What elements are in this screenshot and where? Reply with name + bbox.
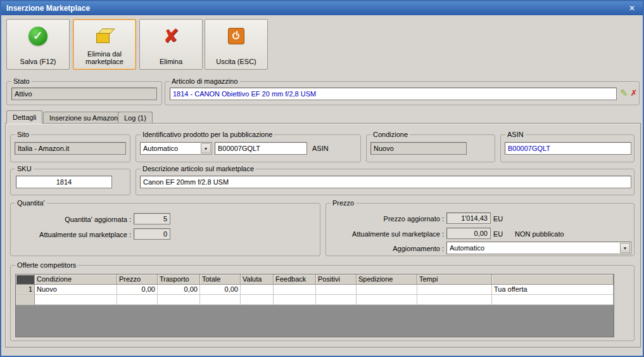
title-bar: Inserzione Marketplace ✕ — [1, 1, 643, 15]
condizione-group: Condizione Nuovo — [366, 134, 495, 162]
prezzo-aggiornato-field: 1'014,43 — [446, 212, 491, 224]
save-button-label: Salva (F12) — [8, 58, 68, 65]
exit-button[interactable]: Uscita (ESC) — [205, 19, 268, 70]
grid-cell[interactable] — [158, 295, 200, 305]
grid-cell[interactable] — [16, 295, 35, 305]
identificativo-combo-value: Automatico — [143, 144, 200, 153]
grid-header-cell: Spedizione — [357, 275, 417, 285]
competitors-grid[interactable]: CondizionePrezzoTrasportoTotaleValutaFee… — [15, 274, 614, 337]
grid-cell[interactable] — [241, 285, 274, 295]
descrizione-legend: Descrizione articolo sul marketplace — [141, 164, 256, 173]
grid-cell[interactable] — [316, 295, 357, 305]
grid-header-cell: Totale — [200, 275, 241, 285]
identificativo-group: Identificativo prodotto per la pubblicaz… — [136, 134, 361, 162]
aggiornamento-label: Aggiornamento : — [331, 244, 444, 253]
stato-field: Attivo — [11, 88, 157, 100]
stato-legend: Stato — [11, 77, 32, 86]
grid-header-cell: Trasporto — [158, 275, 200, 285]
grid-cell[interactable]: 0,00 — [117, 285, 158, 295]
condizione-field: Nuovo — [370, 142, 467, 155]
delete-from-marketplace-label: Elimina dal marketplace — [75, 50, 134, 65]
articolo-group: Articolo di magazzino 1814 - CANON Obiet… — [165, 81, 640, 105]
prezzo-legend: Prezzo — [331, 198, 356, 207]
prezzo-group: Prezzo Prezzo aggiornato : 1'014,43 EU A… — [325, 203, 635, 256]
asin-group: ASIN B00007GQLT — [500, 134, 635, 162]
identificativo-legend: Identificativo prodotto per la pubblicaz… — [141, 130, 274, 139]
grid-cell[interactable] — [35, 295, 117, 305]
articolo-legend: Articolo di magazzino — [170, 77, 240, 86]
quantita-group: Quantita' Quantita' aggiornata : 5 Attua… — [10, 203, 320, 256]
descrizione-field[interactable]: Canon EF 20mm f/2.8 USM — [140, 176, 631, 188]
grid-cell[interactable] — [492, 295, 614, 305]
asin-suffix-label: ASIN — [312, 144, 329, 153]
grid-data-row[interactable]: 1Nuovo0,000,000,00Tua offerta — [16, 285, 614, 295]
close-button[interactable]: ✕ — [626, 3, 638, 13]
grid-cell[interactable] — [357, 295, 417, 305]
grid-empty-row[interactable] — [16, 295, 614, 305]
tab-log[interactable]: Log (1) — [118, 112, 153, 124]
grid-filler — [16, 305, 614, 337]
tab-inserzione-amazon[interactable]: Inserzione su Amazon — [43, 112, 124, 124]
chevron-down-icon[interactable]: ▼ — [201, 143, 211, 153]
delete-from-marketplace-button[interactable]: Elimina dal marketplace — [73, 19, 136, 70]
package-icon — [95, 27, 114, 45]
save-button[interactable]: ✓ Salva (F12) — [6, 19, 70, 70]
articolo-field[interactable]: 1814 - CANON Obiettivo EF 20 mm f/2,8 US… — [170, 88, 617, 100]
aggiornamento-combo[interactable]: Automatico ▼ — [446, 242, 631, 254]
descrizione-group: Descrizione articolo sul marketplace Can… — [136, 169, 635, 195]
identificativo-combo[interactable]: Automatico ▼ — [140, 142, 212, 155]
stato-group: Stato Attivo — [6, 81, 162, 105]
sito-legend: Sito — [15, 130, 31, 139]
grid-header-cell: Prezzo — [117, 275, 158, 285]
sku-field[interactable]: 1814 — [16, 176, 112, 188]
grid-header-cell: Tempi — [417, 275, 492, 285]
delete-button[interactable]: ✘ Elimina — [139, 19, 203, 70]
grid-cell[interactable]: 0,00 — [200, 285, 241, 295]
quantita-attuale-field: 0 — [134, 228, 170, 240]
grid-cell[interactable]: Nuovo — [35, 285, 117, 295]
grid-cell[interactable] — [316, 285, 357, 295]
exit-button-label: Uscita (ESC) — [206, 58, 266, 65]
quantita-legend: Quantita' — [15, 198, 47, 207]
grid-cell[interactable] — [274, 295, 316, 305]
prezzo-attuale-field: 0,00 — [446, 228, 491, 239]
quantita-aggiornata-label: Quantita' aggiornata : — [17, 215, 131, 224]
grid-header-cell — [16, 275, 35, 285]
grid-cell[interactable]: Tua offerta — [492, 285, 614, 295]
offerte-legend: Offerte competitors — [15, 261, 78, 269]
exit-power-icon — [228, 28, 244, 44]
delete-x-icon: ✘ — [163, 27, 179, 46]
non-pubblicato-status: NON pubblicato — [515, 230, 564, 238]
grid-header-cell: Feedback — [274, 275, 316, 285]
save-check-icon: ✓ — [28, 27, 47, 46]
clear-x-icon[interactable]: ✗ — [629, 88, 639, 98]
sku-group: SKU 1814 — [10, 169, 130, 195]
grid-cell[interactable] — [357, 285, 417, 295]
marketplace-dialog: Inserzione Marketplace ✕ ✓ Salva (F12) E… — [0, 0, 644, 357]
edit-pencil-icon[interactable]: ✎ — [619, 88, 629, 98]
asin-legend: ASIN — [505, 130, 526, 139]
grid-cell[interactable] — [417, 285, 492, 295]
grid-cell[interactable] — [200, 295, 241, 305]
tab-dettagli[interactable]: Dettagli — [6, 110, 42, 124]
grid-header-cell: Condizione — [35, 275, 117, 285]
aggiornamento-combo-value: Automatico — [450, 243, 619, 253]
grid-header-cell — [492, 275, 614, 285]
prezzo-attuale-currency: EU — [493, 230, 503, 238]
sito-field: Italia - Amazon.it — [15, 142, 126, 155]
grid-cell[interactable] — [417, 295, 492, 305]
grid-cell[interactable]: 1 — [16, 285, 35, 295]
grid-cell[interactable]: 0,00 — [158, 285, 200, 295]
identificativo-input[interactable]: B00007GQLT — [215, 142, 307, 155]
grid-header-row: CondizionePrezzoTrasportoTotaleValutaFee… — [16, 275, 614, 285]
window-title: Inserzione Marketplace — [6, 4, 626, 13]
grid-cell[interactable] — [274, 285, 316, 295]
chevron-down-icon[interactable]: ▼ — [620, 243, 630, 253]
sito-group: Sito Italia - Amazon.it — [10, 134, 130, 162]
prezzo-aggiornato-label: Prezzo aggiornato : — [331, 214, 444, 223]
asin-field[interactable]: B00007GQLT — [505, 142, 631, 155]
grid-cell[interactable] — [241, 295, 274, 305]
grid-cell[interactable] — [117, 295, 158, 305]
condizione-legend: Condizione — [371, 130, 410, 139]
grid-header-cell: Positivi — [316, 275, 357, 285]
